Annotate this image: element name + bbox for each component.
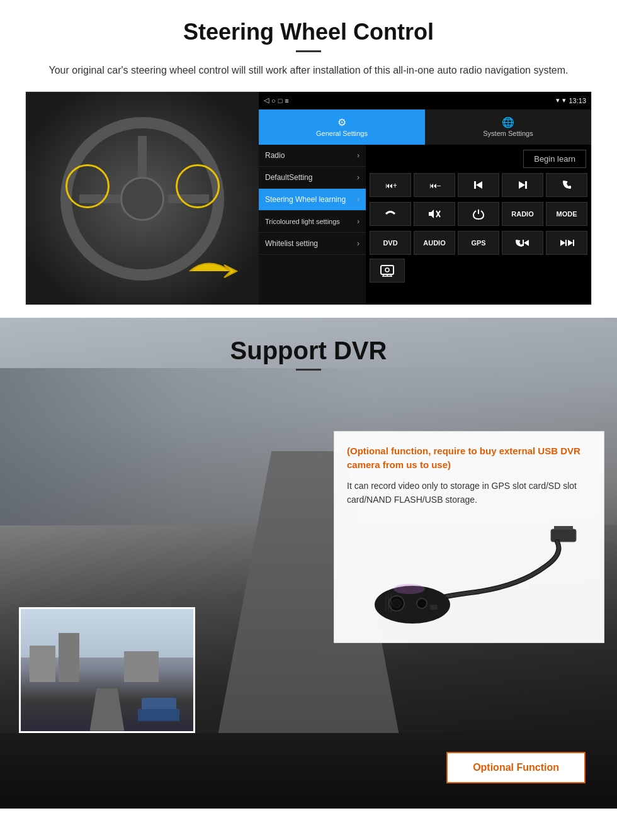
svg-marker-8 [524, 240, 529, 246]
ctrl-mute[interactable] [414, 202, 455, 226]
menu-steering-label: Steering Wheel learning [265, 195, 346, 204]
svg-rect-17 [554, 526, 573, 529]
signal-icon: ▾ [556, 96, 560, 104]
ctrl-vol-down[interactable]: ⏮– [414, 173, 455, 197]
title-divider [296, 50, 321, 52]
steering-demo-area: ◁ ○ □ ≡ ▾ ▾ 13:13 ⚙ General Settings 🌐 S… [25, 91, 592, 305]
dvr-description-text: It can record video only to storage in G… [347, 479, 591, 507]
optional-function-button[interactable]: Optional Function [446, 752, 586, 783]
menu-tricoloured-label: Tricoloured light settings [265, 218, 340, 225]
svg-rect-5 [525, 181, 527, 189]
nav-recents-icon: □ [278, 97, 283, 104]
svg-point-15 [385, 268, 389, 272]
dvr-title-block: Support DVR [0, 337, 617, 371]
gear-icon: ⚙ [337, 116, 346, 128]
svg-rect-13 [573, 240, 574, 246]
dvr-info-card: (Optional function, require to buy exter… [334, 431, 604, 644]
prev-track-icon [472, 179, 485, 191]
menu-whitelist-label: Whitelist setting [265, 239, 318, 248]
dvr-optional-text: (Optional function, require to buy exter… [347, 444, 591, 473]
wheel-center [120, 177, 164, 221]
prev-next-icon [559, 237, 574, 249]
gps-label: GPS [471, 239, 485, 247]
vol-down-icon: ⏮– [428, 179, 441, 191]
radio-label: RADIO [511, 210, 533, 218]
menu-radio-label: Radio [265, 151, 285, 160]
wifi-icon: ▾ [562, 96, 566, 104]
dvd-label: DVD [383, 239, 397, 247]
ctrl-phone[interactable] [546, 173, 587, 197]
svg-marker-10 [560, 240, 565, 246]
svg-marker-2 [476, 181, 482, 189]
menu-default-arrow: › [357, 173, 359, 182]
tab-general-settings[interactable]: ⚙ General Settings [259, 109, 425, 145]
menu-steering-arrow: › [357, 195, 359, 204]
menu-radio-arrow: › [357, 151, 359, 160]
control-row-3: DVD AUDIO GPS [366, 228, 591, 257]
dvr-preview-image [19, 607, 195, 733]
svg-marker-4 [519, 181, 525, 189]
hangup-icon [384, 208, 397, 220]
dvr-section: Support DVR (Optional function, require … [0, 318, 617, 809]
steering-photo-bg [26, 92, 259, 305]
nav-back-icon: ◁ [264, 96, 269, 104]
highlight-circle-right [176, 164, 220, 208]
wheel-spoke-top [138, 136, 147, 177]
ctrl-hangup[interactable] [370, 202, 411, 226]
begin-learn-row: Begin learn [366, 145, 591, 171]
time-display: 13:13 [569, 97, 586, 104]
menu-tricoloured-arrow: › [357, 217, 359, 226]
menu-item-whitelist[interactable]: Whitelist setting › [259, 233, 366, 255]
menu-and-controls: Radio › DefaultSetting › Steering Wheel … [259, 145, 591, 305]
steering-subtitle: Your original car's steering wheel contr… [25, 62, 592, 79]
android-statusbar: ◁ ○ □ ≡ ▾ ▾ 13:13 [259, 92, 591, 109]
dvr-camera-svg [349, 517, 589, 630]
svg-rect-27 [430, 605, 438, 610]
ctrl-dvd[interactable]: DVD [370, 231, 411, 255]
ctrl-next-track[interactable] [502, 173, 543, 197]
nav-menu-icon: ≡ [285, 97, 288, 104]
menu-item-radio[interactable]: Radio › [259, 145, 366, 167]
phone-icon [560, 179, 573, 191]
steering-section: Steering Wheel Control Your original car… [0, 0, 617, 318]
ctrl-extra[interactable] [370, 259, 405, 283]
menu-item-default-setting[interactable]: DefaultSetting › [259, 167, 366, 189]
ctrl-phone-prev[interactable] [502, 231, 543, 255]
dvr-heading: Support DVR [0, 337, 617, 365]
power-icon [472, 208, 485, 220]
extra-icon [380, 264, 395, 277]
ctrl-vol-up[interactable]: ⏮+ [370, 173, 411, 197]
ctrl-radio[interactable]: RADIO [502, 202, 543, 226]
dvr-divider [296, 369, 321, 371]
svg-rect-16 [551, 529, 576, 542]
menu-whitelist-arrow: › [357, 239, 359, 248]
ctrl-gps[interactable]: GPS [458, 231, 499, 255]
ctrl-audio[interactable]: AUDIO [414, 231, 455, 255]
ctrl-prev-track[interactable] [458, 173, 499, 197]
menu-default-label: DefaultSetting [265, 173, 312, 182]
ctrl-prev-next[interactable] [546, 231, 587, 255]
svg-rect-14 [381, 266, 393, 274]
android-tabs: ⚙ General Settings 🌐 System Settings [259, 109, 591, 145]
ctrl-mode[interactable]: MODE [546, 202, 587, 226]
system-icon: 🌐 [502, 116, 514, 128]
vol-up-icon: ⏮+ [384, 179, 397, 191]
phone-prev-icon [515, 237, 530, 249]
menu-item-steering-wheel[interactable]: Steering Wheel learning › [259, 189, 366, 211]
svg-point-22 [417, 598, 427, 608]
control-row-1: ⏮+ ⏮– [366, 171, 591, 199]
svg-point-21 [392, 599, 401, 608]
menu-item-tricoloured[interactable]: Tricoloured light settings › [259, 211, 366, 233]
next-track-icon [516, 179, 529, 191]
control-row-4 [366, 257, 591, 284]
svg-marker-12 [568, 240, 573, 246]
settings-menu: Radio › DefaultSetting › Steering Wheel … [259, 145, 366, 305]
control-row-2: RADIO MODE [366, 199, 591, 228]
nav-home-icon: ○ [271, 97, 276, 104]
dvr-product-illustration [347, 517, 591, 630]
tab-general-label: General Settings [316, 130, 368, 137]
ctrl-power[interactable] [458, 202, 499, 226]
tab-system-settings[interactable]: 🌐 System Settings [425, 109, 591, 145]
begin-learn-button[interactable]: Begin learn [523, 150, 586, 168]
svg-point-26 [393, 584, 425, 594]
